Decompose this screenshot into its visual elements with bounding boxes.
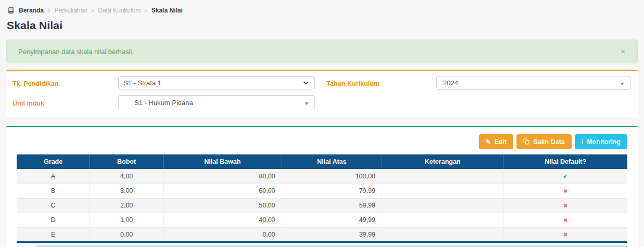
alert-message: Penyimpanan data skala nilai berhasil,	[18, 48, 134, 56]
salin-data-button[interactable]: Salin Data	[516, 134, 571, 149]
copy-icon	[523, 138, 529, 146]
edit-button[interactable]: ✎ Edit	[479, 134, 514, 149]
cell-keterangan	[382, 213, 503, 227]
cell-grade: B	[17, 184, 90, 198]
cross-icon: ✖	[563, 203, 567, 209]
unit-induk-select[interactable]: S1 - Hukum Pidana	[118, 95, 315, 110]
table-header-row: Grade Bobot Nilai Bawah Nilai Atas Keter…	[17, 154, 627, 169]
cell-keterangan	[382, 227, 503, 242]
breadcrumb-item-skala-nilai: Skala Nilai	[151, 7, 183, 14]
cell-nilai-bawah: 80,00	[163, 169, 282, 184]
breadcrumb: Beranda > Perkuliahan > Data Kurikulum >…	[0, 0, 644, 14]
edit-button-label: Edit	[495, 138, 507, 146]
breadcrumb-separator: >	[91, 7, 94, 14]
page: Beranda > Perkuliahan > Data Kurikulum >…	[0, 0, 644, 247]
cell-nilai-atas: 79,99	[282, 184, 382, 198]
header-grade: Grade	[17, 154, 90, 169]
cell-grade: D	[17, 213, 90, 227]
breadcrumb-separator: >	[144, 7, 147, 14]
cell-nilai-bawah: 60,00	[163, 184, 282, 198]
cell-nilai-default: ✖	[503, 213, 627, 227]
cell-bobot: 4,00	[90, 169, 163, 184]
grade-table-body: A4,0080,00100,00✔B3,0060,0079,99✖C2,0050…	[17, 169, 627, 242]
info-icon: i	[582, 138, 584, 146]
tahun-kurikulum-select[interactable]: 2024	[436, 76, 630, 90]
cell-keterangan	[382, 198, 503, 213]
success-alert: Penyimpanan data skala nilai berhasil, ✕	[6, 40, 638, 63]
cell-nilai-bawah: 50,00	[163, 198, 282, 213]
toolbar: ✎ Edit Salin Data i Monitoring	[10, 132, 634, 154]
cell-nilai-default: ✖	[503, 198, 627, 213]
cell-nilai-atas: 59,99	[282, 198, 382, 213]
cell-keterangan	[382, 169, 503, 184]
cell-grade: E	[17, 227, 90, 242]
cell-grade: A	[17, 169, 90, 184]
monitoring-button[interactable]: i Monitoring	[575, 134, 627, 149]
table-row: C2,0050,0059,99✖	[17, 198, 627, 213]
table-row: B3,0060,0079,99✖	[17, 184, 627, 198]
caret-down-icon	[305, 102, 309, 105]
tahun-kurikulum-value: 2024	[443, 79, 458, 87]
cell-bobot: 3,00	[90, 184, 163, 198]
breadcrumb-item-beranda[interactable]: Beranda	[19, 7, 44, 14]
horizontal-scrollbar[interactable]	[17, 245, 627, 247]
unit-induk-value: S1 - Hukum Pidana	[134, 99, 193, 107]
salin-data-button-label: Salin Data	[533, 138, 564, 146]
header-bobot: Bobot	[90, 154, 163, 169]
cell-nilai-default: ✖	[503, 227, 627, 242]
tahun-kurikulum-label: Tahun Kurikulum	[326, 79, 436, 87]
table-row: A4,0080,00100,00✔	[17, 169, 627, 184]
table-row: D1,0040,0049,99✖	[17, 213, 627, 227]
monitoring-button-label: Monitoring	[587, 138, 621, 146]
page-title: Skala Nilai	[0, 14, 644, 32]
cross-icon: ✖	[563, 232, 567, 238]
cell-nilai-atas: 100,00	[282, 169, 382, 184]
cell-nilai-atas: 39,99	[282, 227, 382, 242]
grade-table: Grade Bobot Nilai Bawah Nilai Atas Keter…	[17, 154, 627, 243]
header-nilai-bawah: Nilai Bawah	[163, 154, 282, 169]
grade-table-wrap: Grade Bobot Nilai Bawah Nilai Atas Keter…	[10, 154, 634, 243]
cell-nilai-bawah: 0,00	[163, 227, 282, 242]
breadcrumb-item-data-kurikulum[interactable]: Data Kurikulum	[98, 7, 141, 14]
grade-scale-card: ✎ Edit Salin Data i Monitoring	[6, 126, 638, 247]
caret-down-icon	[620, 83, 624, 85]
tk-pendidikan-select[interactable]: S1 - Strata 1	[118, 76, 315, 89]
close-icon[interactable]: ✕	[620, 48, 626, 55]
cell-nilai-default: ✔	[503, 169, 627, 184]
breadcrumb-separator: >	[47, 7, 50, 14]
check-icon: ✔	[563, 173, 568, 179]
cell-nilai-bawah: 40,00	[163, 213, 282, 227]
header-nilai-default: Nilai Default?	[503, 154, 627, 169]
cell-keterangan	[382, 184, 503, 198]
cross-icon: ✖	[563, 217, 567, 223]
breadcrumb-item-perkuliahan[interactable]: Perkuliahan	[54, 7, 87, 14]
header-nilai-atas: Nilai Atas	[282, 154, 382, 169]
cell-bobot: 1,00	[90, 213, 163, 227]
cell-bobot: 0,00	[90, 227, 163, 242]
cross-icon: ✖	[563, 188, 567, 194]
chevron-down-icon	[302, 79, 310, 88]
tk-pendidikan-value: S1 - Strata 1	[123, 79, 161, 87]
pencil-icon: ✎	[486, 139, 491, 145]
book-icon	[8, 7, 14, 14]
unit-induk-label: Unit Induk	[12, 99, 118, 107]
table-row: E0,000,0039,99✖	[17, 227, 627, 242]
cell-bobot: 2,00	[90, 198, 163, 213]
cell-grade: C	[17, 198, 90, 213]
scrollbar-thumb[interactable]	[35, 245, 627, 247]
filter-card: Tk. Pendidikan S1 - Strata 1 Tahun Kurik…	[6, 70, 638, 118]
cell-nilai-default: ✖	[503, 184, 627, 198]
tk-pendidikan-label: Tk. Pendidikan	[12, 79, 118, 87]
header-keterangan: Keterangan	[382, 154, 503, 169]
cell-nilai-atas: 49,99	[282, 213, 382, 227]
